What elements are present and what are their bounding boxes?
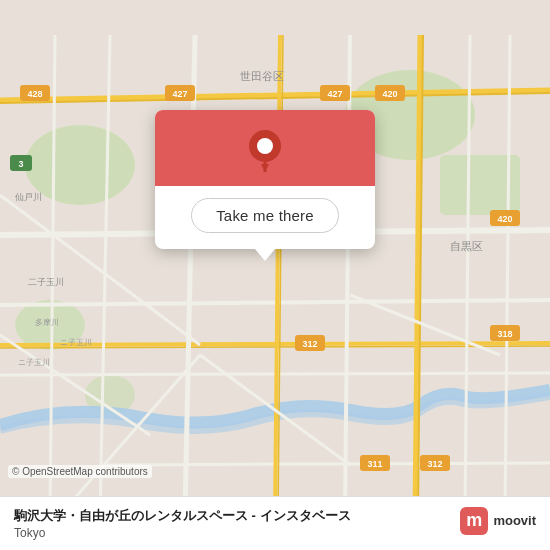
svg-text:428: 428 — [27, 89, 42, 99]
take-me-there-button[interactable]: Take me there — [191, 198, 339, 233]
map-container: 世田谷区 自黒区 二子玉川 仙戸川 3 420 420 312 318 311 … — [0, 0, 550, 550]
svg-text:多摩川: 多摩川 — [35, 318, 59, 327]
svg-text:3: 3 — [18, 159, 23, 169]
svg-text:自黒区: 自黒区 — [450, 240, 483, 252]
pin-area — [155, 110, 375, 186]
svg-text:420: 420 — [497, 214, 512, 224]
location-city: Tokyo — [14, 526, 450, 540]
location-popup: Take me there — [155, 110, 375, 249]
moovit-logo-text: moovit — [493, 513, 536, 528]
svg-text:420: 420 — [382, 89, 397, 99]
svg-text:318: 318 — [497, 329, 512, 339]
osm-credit: © OpenStreetMap contributors — [8, 465, 152, 478]
svg-text:427: 427 — [327, 89, 342, 99]
svg-text:世田谷区: 世田谷区 — [240, 70, 284, 82]
svg-text:312: 312 — [427, 459, 442, 469]
svg-line-13 — [100, 463, 550, 465]
svg-text:311: 311 — [367, 459, 382, 469]
svg-point-57 — [257, 138, 273, 154]
bottom-bar: 駒沢大学・自由が丘のレンタルスペース - インスタベース Tokyo m moo… — [0, 496, 550, 550]
moovit-logo: m moovit — [460, 507, 536, 535]
svg-text:ニ子玉川: ニ子玉川 — [60, 338, 92, 347]
location-title: 駒沢大学・自由が丘のレンタルスペース - インスタベース — [14, 507, 450, 525]
location-info: 駒沢大学・自由が丘のレンタルスペース - インスタベース Tokyo — [14, 507, 450, 540]
svg-marker-58 — [261, 164, 269, 172]
location-pin-icon — [243, 128, 287, 172]
svg-text:二子玉川: 二子玉川 — [28, 277, 64, 287]
svg-text:312: 312 — [302, 339, 317, 349]
svg-text:ニ子玉川: ニ子玉川 — [18, 358, 50, 367]
svg-text:仙戸川: 仙戸川 — [15, 192, 42, 202]
svg-text:427: 427 — [172, 89, 187, 99]
moovit-logo-icon: m — [460, 507, 488, 535]
